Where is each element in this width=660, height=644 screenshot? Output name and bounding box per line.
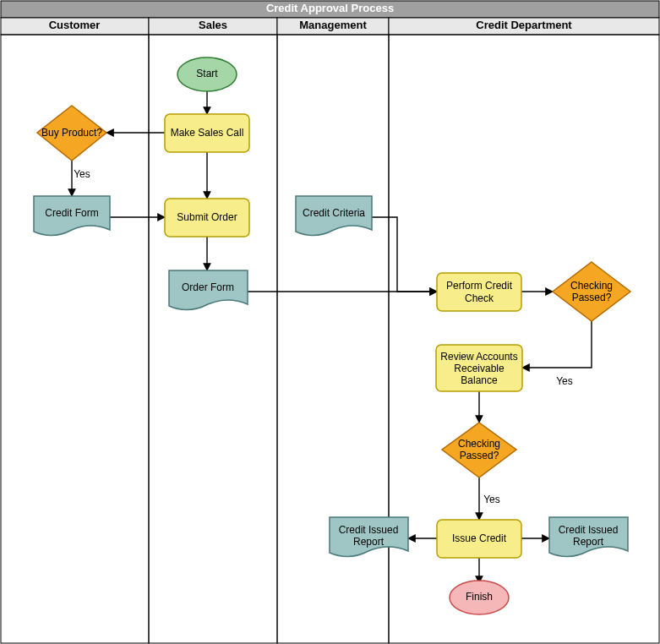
- svg-text:Report: Report: [353, 536, 385, 548]
- credit-form-doc: Credit Form: [34, 196, 110, 236]
- review-ar-balance: Review Accounts Receivable Balance: [436, 345, 522, 391]
- diagram-title: Credit Approval Process: [266, 2, 394, 14]
- lane-title-sales: Sales: [199, 19, 227, 31]
- svg-text:Passed?: Passed?: [572, 292, 612, 303]
- svg-text:Make Sales Call: Make Sales Call: [171, 127, 244, 139]
- svg-text:Review Accounts: Review Accounts: [440, 351, 517, 363]
- svg-text:Submit Order: Submit Order: [177, 211, 237, 223]
- svg-text:Credit Form: Credit Form: [45, 207, 98, 219]
- svg-text:Perform Credit: Perform Credit: [446, 280, 513, 292]
- svg-text:Buy Product?: Buy Product?: [41, 127, 102, 139]
- checking-passed-decision-1: Checking Passed?: [553, 262, 630, 321]
- svg-text:Finish: Finish: [466, 591, 493, 603]
- svg-text:Issue Credit: Issue Credit: [452, 532, 507, 544]
- order-form-doc: Order Form: [169, 270, 248, 310]
- credit-issued-report-left: Credit Issued Report: [330, 517, 408, 557]
- svg-text:Check: Check: [465, 292, 494, 304]
- svg-text:Credit Issued: Credit Issued: [339, 524, 399, 536]
- edge-label-yes-1: Yes: [74, 168, 90, 180]
- edge-label-yes-2: Yes: [556, 375, 573, 387]
- lane-title-customer: Customer: [49, 19, 101, 31]
- swimlane-diagram: Credit Approval Process Customer Sales M…: [0, 0, 660, 644]
- svg-text:Checking: Checking: [570, 280, 613, 292]
- credit-issued-report-right: Credit Issued Report: [549, 517, 628, 557]
- buy-product-decision: Buy Product?: [37, 106, 106, 161]
- svg-text:Passed?: Passed?: [460, 450, 499, 461]
- finish-node: Finish: [450, 581, 509, 614]
- svg-text:Credit Issued: Credit Issued: [559, 524, 619, 536]
- issue-credit: Issue Credit: [437, 520, 521, 558]
- make-sales-call: Make Sales Call: [165, 114, 249, 152]
- svg-text:Report: Report: [573, 536, 604, 548]
- lane-title-management: Management: [299, 19, 367, 31]
- svg-text:Checking: Checking: [458, 438, 500, 450]
- lane-body-credit: [389, 35, 659, 643]
- svg-text:Credit Criteria: Credit Criteria: [303, 207, 365, 219]
- credit-criteria-doc: Credit Criteria: [296, 196, 372, 236]
- edges: Yes Yes Yes: [72, 89, 592, 583]
- checking-passed-decision-2: Checking Passed?: [442, 423, 516, 478]
- edge-label-yes-3: Yes: [483, 494, 500, 505]
- submit-order: Submit Order: [165, 199, 249, 237]
- lane-title-credit: Credit Department: [476, 19, 572, 31]
- svg-text:Start: Start: [196, 68, 218, 79]
- svg-text:Receivable: Receivable: [454, 363, 505, 374]
- perform-credit-check: Perform Credit Check: [437, 273, 521, 311]
- svg-text:Order Form: Order Form: [182, 281, 234, 293]
- start-node: Start: [177, 57, 237, 91]
- svg-text:Balance: Balance: [461, 374, 498, 386]
